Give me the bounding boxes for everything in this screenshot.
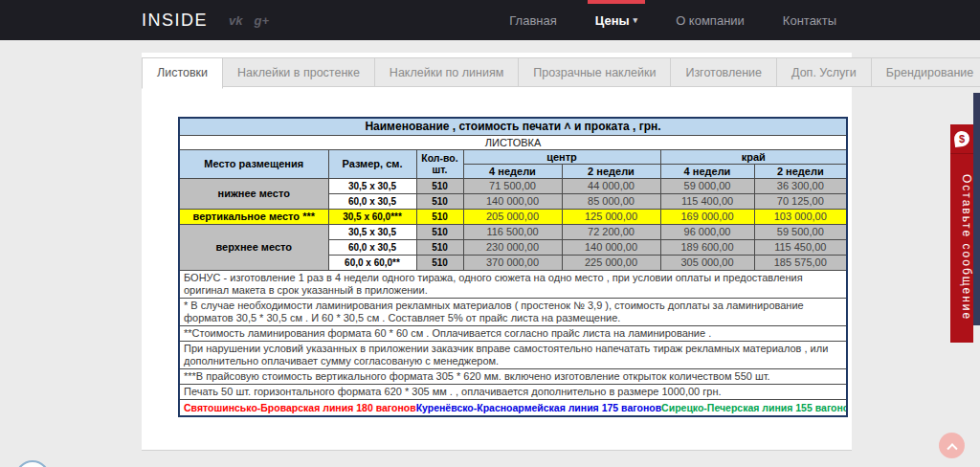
price-cell: 169 000,00 xyxy=(660,209,754,224)
price-cell: 185 575,00 xyxy=(754,255,847,270)
qty-cell: 510 xyxy=(416,224,463,239)
col-header-edge-4w: 4 недели xyxy=(660,164,754,178)
price-cell: 125 000,00 xyxy=(562,209,660,224)
price-cell: 59 000,00 xyxy=(660,178,754,193)
price-cell: 103 000,00 xyxy=(754,209,847,224)
col-header-center-2w: 2 недели xyxy=(562,164,660,178)
note-row: ***В прайсовую стоимость вертикального ф… xyxy=(179,368,847,384)
size-cell: 30,5 х 30,5 xyxy=(328,178,416,193)
col-header-center: центр xyxy=(463,149,660,164)
price-cell: 96 000,00 xyxy=(660,224,754,239)
size-cell: 30,5 х 30,5 xyxy=(328,224,416,239)
price-cell: 370 000,00 xyxy=(463,255,562,270)
price-cell: 59 500,00 xyxy=(754,224,847,239)
col-header-size: Размер, см. xyxy=(328,149,416,178)
col-header-place: Место размещения xyxy=(179,149,328,178)
nav-item-prices[interactable]: Цены ▾ xyxy=(595,0,637,40)
tab-listovki[interactable]: Листовки xyxy=(142,57,223,89)
place-cell: вертикальное место *** xyxy=(179,209,328,224)
price-cell: 44 000,00 xyxy=(562,178,660,193)
size-cell: 60,0 х 60,0** xyxy=(328,255,416,270)
table-title: Наименование , стоимость печати ˄ и прок… xyxy=(179,118,847,135)
qty-cell: 510 xyxy=(416,255,463,270)
qty-cell: 510 xyxy=(416,178,463,193)
site-logo[interactable]: INSIDE xyxy=(142,11,208,31)
vk-icon[interactable]: vk xyxy=(229,13,242,28)
tab-izgotovlenie[interactable]: Изготовление xyxy=(670,57,777,87)
tab-nakleyki-v-prostenke[interactable]: Наклейки в простенке xyxy=(222,57,375,87)
nav-item-contacts[interactable]: Контакты xyxy=(783,0,836,40)
ribbon-icon-box: $ xyxy=(950,124,973,154)
price-cell: 115 400,00 xyxy=(660,193,754,209)
leave-message-ribbon[interactable]: $ Оставьте сообщение xyxy=(950,124,973,343)
note-horizontal-print: Печать 50 шт. горизонтального формата 62… xyxy=(179,384,847,399)
price-cell: 140 000,00 xyxy=(463,193,562,209)
metro-line-svyatoshinsko-brovarskaya: Святошинсько-Броварская линия 180 вагоно… xyxy=(184,402,416,413)
google-plus-icon[interactable]: g+ xyxy=(254,13,269,28)
metro-line-siretsko-pecherskaya: Сирецко-Печерская линия 155 вагонов xyxy=(661,402,847,413)
size-cell: 60,0 х 30,5 xyxy=(328,239,416,255)
active-nav-indicator xyxy=(588,0,645,4)
qty-cell: 510 xyxy=(416,239,463,255)
col-header-center-4w: 4 недели xyxy=(463,164,562,178)
tab-brendirovanie[interactable]: Брендирование xyxy=(871,57,980,87)
price-cell: 305 000,00 xyxy=(660,255,754,270)
top-header: INSIDE vk g+ Главная Цены ▾ О компании К… xyxy=(0,0,980,40)
qty-cell: 510 xyxy=(416,193,463,209)
chat-bubble-icon: $ xyxy=(953,130,970,147)
note-row: * В случае необходимости ламинирования р… xyxy=(179,298,847,325)
price-cell: 205 000,00 xyxy=(463,209,562,224)
table-row: нижнее место 30,5 х 30,5 510 71 500,00 4… xyxy=(179,178,847,193)
note-lamination-1: * В случае необходимости ламинирования р… xyxy=(179,298,847,325)
content-panel: Листовки Наклейки в простенке Наклейки п… xyxy=(142,53,852,451)
tab-nakleyki-po-liniyam[interactable]: Наклейки по линиям xyxy=(374,57,519,87)
col-header-edge: край xyxy=(660,149,847,164)
price-cell: 230 000,00 xyxy=(463,239,562,255)
chat-widget-peek[interactable] xyxy=(15,460,50,467)
note-violation: При нарушении условий указанных в прилож… xyxy=(179,341,847,368)
table-row-highlighted: вертикальное место *** 30,5 х 60,0*** 51… xyxy=(179,209,847,224)
price-cell: 140 000,00 xyxy=(562,239,660,255)
tab-prozrachnye-nakleyki[interactable]: Прозрачные наклейки xyxy=(518,57,671,87)
ribbon-label: Оставьте сообщение xyxy=(950,154,973,342)
main-nav: Главная Цены ▾ О компании Контакты xyxy=(509,0,836,40)
note-row: БОНУС - изготовление 1 раз в 4 недели од… xyxy=(179,270,847,298)
price-table: Наименование , стоимость печати ˄ и прок… xyxy=(178,117,848,417)
note-row: Печать 50 шт. горизонтального формата 62… xyxy=(179,384,847,399)
tab-dop-uslugi[interactable]: Доп. Услуги xyxy=(776,57,872,87)
note-bonus: БОНУС - изготовление 1 раз в 4 недели од… xyxy=(179,270,847,298)
metro-lines-row: Святошинсько-Броварская линия 180 вагоно… xyxy=(179,399,847,416)
price-cell: 116 500,00 xyxy=(463,224,562,239)
social-links: vk g+ xyxy=(229,13,269,28)
price-cell: 225 000,00 xyxy=(562,255,660,270)
table-subtitle-row: ЛИСТОВКА xyxy=(179,135,847,149)
size-cell: 60,0 х 30,5 xyxy=(328,193,416,209)
qty-cell: 510 xyxy=(416,209,463,224)
note-row: **Стоимость ламинирования формата 60 * 6… xyxy=(179,325,847,341)
place-cell: верхнее место xyxy=(179,224,328,270)
table-title-row: Наименование , стоимость печати ˄ и прок… xyxy=(179,118,847,135)
table-row: верхнее место 30,5 х 30,5 510 116 500,00… xyxy=(179,224,847,239)
note-vertical-format: ***В прайсовую стоимость вертикального ф… xyxy=(179,368,847,384)
col-header-qty: Кол-во. шт. xyxy=(416,149,463,178)
price-cell: 70 125,00 xyxy=(754,193,847,209)
metro-line-kurenevsko-krasnoarmeyskaya: Куренёвско-Красноармейская линия 175 ваг… xyxy=(416,402,661,413)
col-header-edge-2w: 2 недели xyxy=(754,164,847,178)
price-cell: 189 600,00 xyxy=(660,239,754,255)
size-cell: 30,5 х 60,0*** xyxy=(328,209,416,224)
note-row: При нарушении условий указанных в прилож… xyxy=(179,341,847,368)
back-to-top-button[interactable] xyxy=(939,433,965,458)
nav-item-about[interactable]: О компании xyxy=(676,0,745,40)
side-stripe xyxy=(973,93,980,325)
nav-item-home[interactable]: Главная xyxy=(509,0,556,40)
chevron-up-icon xyxy=(947,443,957,454)
price-cell: 71 500,00 xyxy=(463,178,562,193)
table-header-row: Место размещения Размер, см. Кол-во. шт.… xyxy=(179,149,847,164)
price-cell: 85 000,00 xyxy=(562,193,660,209)
price-cell: 72 200,00 xyxy=(562,224,660,239)
note-lamination-2: **Стоимость ламинирования формата 60 * 6… xyxy=(179,325,847,341)
price-cell: 115 450,00 xyxy=(754,239,847,255)
price-tabs: Листовки Наклейки в простенке Наклейки п… xyxy=(142,57,980,89)
price-cell: 36 300,00 xyxy=(754,178,847,193)
table-subtitle: ЛИСТОВКА xyxy=(179,135,847,149)
